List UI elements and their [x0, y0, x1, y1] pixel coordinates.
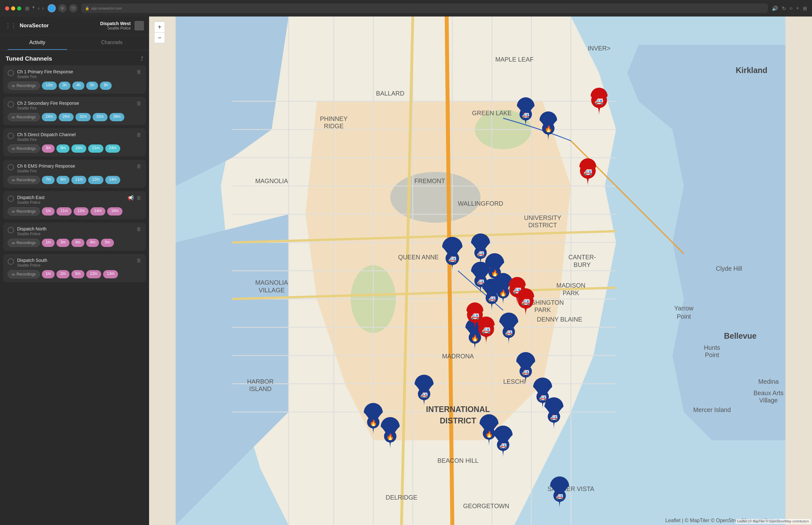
browser-chrome: ⊞ ▼ ‹ › 🌐 ① 🛡 🔒 app.norasector.com 🔊 ↻ ⎋… — [0, 0, 812, 16]
channel-radio-2[interactable] — [7, 101, 14, 108]
svg-text:BEACON HILL: BEACON HILL — [437, 457, 479, 464]
channel-1-pills: Recordings 13m 3h 4h 5h 9h — [7, 81, 141, 90]
channel-radio-1[interactable] — [7, 70, 14, 76]
pill-38m[interactable]: 38m — [109, 113, 124, 121]
sidebar-toggle-icon[interactable]: ⊞ — [25, 5, 29, 12]
pill-13m[interactable]: 13m — [42, 81, 57, 90]
pill-8m[interactable]: 8m — [57, 176, 69, 184]
channel-radio-5[interactable] — [7, 196, 14, 202]
pill-12m[interactable]: 12m — [88, 176, 103, 184]
new-tab-icon[interactable]: + — [796, 5, 799, 11]
channel-radio-3[interactable] — [7, 133, 14, 139]
address-bar[interactable]: 🔒 app.norasector.com — [81, 3, 768, 13]
pill-9h[interactable]: 9h — [100, 81, 112, 90]
zoom-in-button[interactable]: + — [154, 21, 165, 32]
pill-12m-7[interactable]: 12m — [86, 270, 101, 279]
pill-5m-6[interactable]: 5m — [101, 239, 114, 247]
delete-channel-2-icon[interactable]: 🗑 — [136, 101, 141, 106]
tab-channels[interactable]: Channels — [75, 35, 149, 50]
pill-1m-7[interactable]: 1m — [42, 270, 55, 279]
tab-activity[interactable]: Activity — [0, 35, 75, 50]
channel-item-1: Ch 1 Primary Fire Response Seattle Fire … — [3, 65, 146, 94]
pill-26m[interactable]: 26m — [59, 113, 74, 121]
pill-24m[interactable]: 24m — [42, 113, 57, 121]
share-icon[interactable]: ⎋ — [790, 6, 792, 11]
pill-4m-6a[interactable]: 4m — [72, 239, 84, 247]
pill-3m[interactable]: 3m — [42, 145, 55, 153]
pill-32m-2[interactable]: 32m — [93, 113, 108, 121]
svg-text:GEORGETOWN: GEORGETOWN — [463, 502, 509, 509]
pill-5m-7[interactable]: 5m — [72, 270, 84, 279]
delete-channel-4-icon[interactable]: 🗑 — [136, 164, 141, 169]
pill-4m-6b[interactable]: 4m — [86, 239, 99, 247]
delete-channel-7-icon[interactable]: 🗑 — [136, 258, 141, 264]
pill-24m-2[interactable]: 24m — [105, 145, 120, 153]
extension-icon-3[interactable]: 🛡 — [69, 4, 77, 12]
pill-21m[interactable]: 21m — [88, 145, 103, 153]
svg-text:MADISON: MADISON — [556, 282, 585, 289]
pill-7m[interactable]: 7m — [42, 176, 55, 184]
header-right: Dispatch West Seattle Police — [100, 21, 144, 30]
svg-text:Bellevue: Bellevue — [724, 331, 756, 340]
pill-recordings-1[interactable]: Recordings — [7, 81, 40, 90]
close-button[interactable] — [5, 6, 9, 11]
pill-18m[interactable]: 18m — [72, 145, 86, 153]
sidebar-tabs: Activity Channels — [0, 35, 149, 50]
channel-3-pills: Recordings 3m 9m 18m 21m 24m — [7, 145, 141, 153]
svg-text:🚑: 🚑 — [522, 368, 530, 376]
channel-info-1: Ch 1 Primary Fire Response Seattle Fire — [17, 69, 73, 79]
pill-14m-5[interactable]: 14m — [90, 207, 105, 215]
delete-channel-1-icon[interactable]: 🗑 — [136, 69, 141, 75]
pill-4h[interactable]: 4h — [72, 81, 84, 90]
pill-1m-5[interactable]: 1m — [42, 207, 55, 215]
svg-text:DENNY BLAINE: DENNY BLAINE — [537, 316, 582, 323]
pill-9m[interactable]: 9m — [57, 145, 69, 153]
pill-3m-6[interactable]: 3m — [57, 239, 69, 247]
pill-recordings-3[interactable]: Recordings — [7, 145, 40, 153]
extension-icon-1[interactable]: 🌐 — [48, 4, 56, 12]
delete-channel-6-icon[interactable]: 🗑 — [136, 226, 141, 232]
forward-icon[interactable]: › — [42, 5, 44, 12]
extension-icon-2[interactable]: ① — [58, 4, 67, 12]
channel-radio-6[interactable] — [7, 227, 14, 233]
zoom-out-button[interactable]: − — [154, 32, 165, 43]
map-area[interactable]: + − .water { fill: #aac8e0; } .land { fi… — [149, 16, 812, 525]
map-svg: .water { fill: #aac8e0; } .land { fill: … — [149, 16, 812, 525]
pill-13m-7[interactable]: 13m — [103, 270, 118, 279]
pill-recordings-2[interactable]: Recordings — [7, 113, 40, 121]
pill-11m[interactable]: 11m — [72, 176, 86, 184]
delete-channel-5-icon[interactable]: 🗑 — [136, 195, 141, 201]
maximize-button[interactable] — [17, 6, 21, 11]
svg-text:MAGNOLIA: MAGNOLIA — [255, 279, 288, 286]
volume-icon[interactable]: 🔊 — [772, 5, 778, 12]
channel-radio-4[interactable] — [7, 164, 14, 170]
back-icon[interactable]: ‹ — [38, 5, 39, 12]
pill-2m-7[interactable]: 2m — [57, 270, 69, 279]
pill-32m-1[interactable]: 32m — [76, 113, 90, 121]
pill-18m-5[interactable]: 18m — [107, 207, 122, 215]
svg-text:MAPLE LEAF: MAPLE LEAF — [495, 56, 533, 63]
svg-text:🚑: 🚑 — [499, 441, 507, 449]
channel-2-pills: Recordings 24m 26m 32m 32m 38m — [7, 113, 141, 121]
pill-recordings-4[interactable]: Recordings — [7, 176, 40, 184]
menu-dots-icon[interactable]: ⋮⋮ — [5, 22, 16, 29]
pill-14m[interactable]: 14m — [105, 176, 120, 184]
channel-name-5: Dispatch East — [17, 195, 44, 200]
pill-11m-5[interactable]: 11m — [57, 207, 72, 215]
svg-text:🚑: 🚑 — [448, 255, 457, 263]
share-channels-icon[interactable]: ⤴ — [141, 56, 143, 62]
channel-radio-7[interactable] — [7, 258, 14, 265]
grid-icon[interactable]: ⊞ — [803, 5, 807, 12]
pill-1m-6[interactable]: 1m — [42, 239, 55, 247]
delete-channel-3-icon[interactable]: 🗑 — [136, 132, 141, 138]
chevron-down-icon[interactable]: ▼ — [32, 5, 35, 12]
svg-text:🚑: 🚑 — [583, 167, 593, 176]
minimize-button[interactable] — [11, 6, 15, 11]
pill-recordings-6[interactable]: Recordings — [7, 239, 40, 247]
refresh-icon[interactable]: ↻ — [782, 5, 786, 12]
pill-5h[interactable]: 5h — [86, 81, 98, 90]
pill-3h[interactable]: 3h — [59, 81, 71, 90]
pill-12m-5[interactable]: 12m — [74, 207, 89, 215]
pill-recordings-5[interactable]: Recordings — [7, 207, 40, 215]
pill-recordings-7[interactable]: Recordings — [7, 270, 40, 279]
